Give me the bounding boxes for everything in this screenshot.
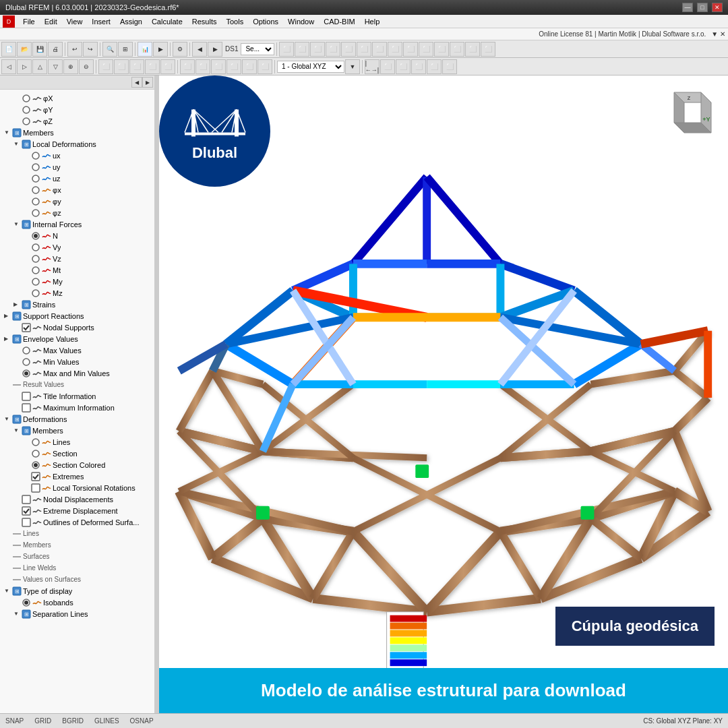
ds-prev[interactable]: ◀ (192, 42, 207, 57)
tree-node[interactable]: Section Colored (1, 459, 153, 471)
menu-item-file[interactable]: File (19, 16, 39, 27)
minimize-button[interactable]: — (682, 3, 693, 12)
view12[interactable]: ⬜ (450, 42, 464, 57)
tree-node[interactable]: ▶⊞Support Reactions (1, 310, 153, 322)
tree-node[interactable]: Local Torsional Rotations (1, 482, 153, 493)
t2-9[interactable]: ⬜ (129, 59, 144, 74)
menu-item-tools[interactable]: Tools (222, 16, 247, 27)
t2-8[interactable]: ⬜ (114, 59, 129, 74)
t2-14[interactable]: ⬜ (211, 59, 226, 74)
tree-node[interactable]: N (1, 230, 153, 241)
view4[interactable]: ⬜ (326, 42, 340, 57)
open-btn[interactable]: 📂 (17, 42, 32, 57)
t2-2[interactable]: ▷ (17, 59, 32, 74)
menu-item-edit[interactable]: Edit (40, 16, 61, 27)
tree-node[interactable]: Mz (1, 287, 153, 299)
tree-node[interactable]: Line Welds (1, 562, 153, 574)
menu-item-results[interactable]: Results (188, 16, 221, 27)
tree-node[interactable]: Lines (1, 436, 153, 448)
maximize-button[interactable]: □ (697, 3, 708, 12)
se-select[interactable]: Se... (241, 43, 274, 55)
tree-node[interactable]: ▼⊞Internal Forces (1, 218, 153, 230)
coord-arrow[interactable]: ▼ (345, 59, 360, 74)
t2-10[interactable]: ⬜ (145, 59, 160, 74)
tree-node[interactable]: Title Information (1, 390, 153, 402)
panel-nav-left[interactable]: ◀ (131, 77, 142, 88)
t2-16[interactable]: ⬜ (242, 59, 257, 74)
t2-3[interactable]: △ (32, 59, 47, 74)
t2-17[interactable]: ⬜ (257, 59, 272, 74)
menu-item-help[interactable]: Help (361, 16, 384, 27)
menu-item-assign[interactable]: Assign (116, 16, 146, 27)
tree-node[interactable]: Vy (1, 241, 153, 253)
tree-node[interactable]: ▼⊞Separation Lines (1, 608, 153, 619)
t2-7[interactable]: ⬜ (98, 59, 113, 74)
save-btn[interactable]: 💾 (32, 42, 47, 57)
view14[interactable]: ⬜ (481, 42, 495, 57)
t2-21[interactable]: ⬜ (427, 59, 442, 74)
tree-node[interactable]: Values on Surfaces (1, 574, 153, 585)
tree-node[interactable]: φx (1, 184, 153, 195)
t2-5[interactable]: ⊕ (63, 59, 78, 74)
menu-item-options[interactable]: Options (249, 16, 282, 27)
menu-item-cad-bim[interactable]: CAD-BIM (320, 16, 359, 27)
view7[interactable]: ⬜ (372, 42, 387, 57)
status-item-grid[interactable]: GRID (34, 717, 51, 725)
view3[interactable]: ⬜ (310, 42, 325, 57)
ds-next[interactable]: ▶ (208, 42, 222, 57)
tree-node[interactable]: ▼⊞Members (1, 127, 153, 138)
tree-node[interactable]: φz (1, 207, 153, 218)
tree-node[interactable]: My (1, 276, 153, 287)
tree-node[interactable]: Max Values (1, 344, 153, 356)
menu-item-insert[interactable]: Insert (88, 16, 115, 27)
tree-node[interactable]: ▼⊞Members (1, 425, 153, 436)
tree-node[interactable]: Max and Min Values (1, 367, 153, 379)
tree-node[interactable]: Surfaces (1, 551, 153, 562)
coord-select[interactable]: 1 - Global XYZ (277, 61, 344, 73)
t2-18[interactable]: ⬜ (380, 59, 395, 74)
t2-19[interactable]: ⬜ (396, 59, 411, 74)
tree-node[interactable]: Min Values (1, 356, 153, 367)
status-item-bgrid[interactable]: BGRID (62, 717, 84, 725)
menu-item-window[interactable]: Window (284, 16, 318, 27)
tree-node[interactable]: ▼⊞Deformations (1, 413, 153, 425)
tree-node[interactable]: Section (1, 448, 153, 459)
t2-13[interactable]: ⬜ (195, 59, 210, 74)
tree-node[interactable]: ux (1, 150, 153, 161)
tree-node[interactable]: ▼⊞Type of display (1, 585, 153, 597)
tree-node[interactable]: Nodal Displacements (1, 493, 153, 505)
results-btn[interactable]: 📊 (138, 42, 152, 57)
tree-node[interactable]: uy (1, 161, 153, 173)
view10[interactable]: ⬜ (419, 42, 433, 57)
nav-cube[interactable]: z +Y (661, 89, 715, 143)
3d-viewport[interactable]: Dlubal z +Y (159, 75, 728, 713)
menu-item-view[interactable]: View (63, 16, 87, 27)
tree-node[interactable]: Nodal Supports (1, 322, 153, 333)
tree-node[interactable]: Maximum Information (1, 402, 153, 413)
view2[interactable]: ⬜ (295, 42, 309, 57)
tree-node[interactable]: φY (1, 104, 153, 115)
tree-node[interactable]: Result Values (1, 379, 153, 390)
tree-node[interactable]: φX (1, 92, 153, 104)
view8[interactable]: ⬜ (388, 42, 402, 57)
t2-4[interactable]: ▽ (48, 59, 63, 74)
tree-node[interactable]: ▼⊞Local Deformations (1, 138, 153, 150)
print-btn[interactable]: 🖨 (48, 42, 63, 57)
t2-22[interactable]: ⬜ (442, 59, 457, 74)
measure-btn[interactable]: |←→| (365, 59, 380, 74)
tree-node[interactable]: ▶⊞Envelope Values (1, 333, 153, 344)
tree-node[interactable]: Members (1, 539, 153, 551)
view13[interactable]: ⬜ (465, 42, 480, 57)
tree-node[interactable]: Extremes (1, 471, 153, 482)
t2-11[interactable]: ⬜ (160, 59, 175, 74)
tree-node[interactable]: Mt (1, 264, 153, 276)
status-item-snap[interactable]: SNAP (5, 717, 24, 725)
t2-6[interactable]: ⊖ (79, 59, 94, 74)
tree-node[interactable]: uz (1, 173, 153, 184)
tree-node[interactable]: Vz (1, 253, 153, 264)
view1[interactable]: ⬜ (279, 42, 294, 57)
t2-12[interactable]: ⬜ (180, 59, 195, 74)
redo-btn[interactable]: ↪ (83, 42, 98, 57)
tree-node[interactable]: Extreme Displacement (1, 505, 153, 516)
tree-node[interactable]: φZ (1, 115, 153, 127)
